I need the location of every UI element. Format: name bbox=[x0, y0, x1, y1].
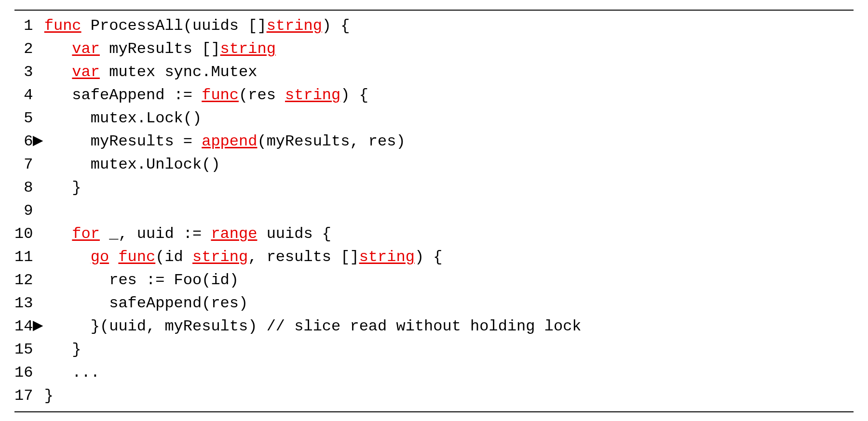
line-marker-icon bbox=[33, 61, 44, 81]
code-token: mutex.Unlock() bbox=[44, 156, 220, 173]
line-marker-icon bbox=[33, 246, 44, 266]
code-content: for _, uuid := range uuids { bbox=[44, 223, 854, 246]
code-token: mutex.Lock() bbox=[44, 109, 202, 127]
code-token: ) { bbox=[415, 248, 443, 266]
code-content: mutex.Unlock() bbox=[44, 153, 854, 176]
line-number: 8 bbox=[14, 176, 33, 199]
keyword-token: string bbox=[220, 40, 276, 58]
keyword-token: append bbox=[202, 132, 257, 150]
code-line: 2 var myResults []string bbox=[14, 38, 854, 61]
code-content: safeAppend := func(res string) { bbox=[44, 84, 854, 107]
code-token: safeAppend := bbox=[44, 86, 202, 104]
code-token bbox=[109, 248, 118, 266]
code-token: (myResults, res) bbox=[257, 132, 405, 150]
keyword-token: func bbox=[44, 17, 81, 35]
code-line: 5 mutex.Lock() bbox=[14, 107, 854, 130]
code-content: var myResults []string bbox=[44, 38, 854, 61]
code-token: mutex sync.Mutex bbox=[100, 63, 257, 81]
code-content: safeAppend(res) bbox=[44, 292, 854, 315]
line-number: 4 bbox=[14, 84, 33, 107]
code-token: ProcessAll(uuids [] bbox=[81, 17, 267, 35]
code-token: , results [] bbox=[248, 248, 359, 266]
code-token: ... bbox=[44, 364, 100, 382]
code-content: }(uuid, myResults) // slice read without… bbox=[44, 315, 854, 338]
line-number: 14 bbox=[14, 315, 33, 338]
keyword-token: var bbox=[72, 63, 100, 81]
line-marker-icon bbox=[33, 361, 44, 382]
code-token bbox=[44, 40, 72, 58]
code-line: 7 mutex.Unlock() bbox=[14, 153, 854, 176]
line-number: 17 bbox=[14, 384, 33, 408]
line-number: 2 bbox=[14, 38, 33, 61]
keyword-token: string bbox=[267, 17, 322, 35]
code-line: 14▶ }(uuid, myResults) // slice read wit… bbox=[14, 315, 854, 338]
code-token: ) { bbox=[322, 17, 350, 35]
code-line: 6▶ myResults = append(myResults, res) bbox=[14, 130, 854, 153]
code-content: } bbox=[44, 338, 854, 361]
line-number: 16 bbox=[14, 361, 33, 384]
code-line: 13 safeAppend(res) bbox=[14, 292, 854, 315]
keyword-token: string bbox=[285, 86, 340, 104]
code-line: 1 func ProcessAll(uuids []string) { bbox=[14, 14, 854, 38]
code-line: 16 ... bbox=[14, 361, 854, 384]
line-number: 13 bbox=[14, 292, 33, 315]
line-number: 1 bbox=[14, 14, 33, 38]
line-marker-icon bbox=[33, 176, 44, 197]
code-line: 9 bbox=[14, 199, 854, 223]
code-line: 8 } bbox=[14, 176, 854, 199]
code-line: 15 } bbox=[14, 338, 854, 361]
line-marker-icon: ▶ bbox=[33, 315, 44, 335]
keyword-token: func bbox=[118, 248, 155, 266]
line-number: 15 bbox=[14, 338, 33, 361]
code-token: }(uuid, myResults) // slice read without… bbox=[44, 317, 582, 335]
line-marker-icon bbox=[33, 223, 44, 243]
line-marker-icon bbox=[33, 338, 44, 358]
line-marker-icon bbox=[33, 153, 44, 173]
code-token: ) { bbox=[340, 86, 368, 104]
code-content: mutex.Lock() bbox=[44, 107, 854, 130]
code-content: func ProcessAll(uuids []string) { bbox=[44, 14, 854, 38]
line-marker-icon bbox=[33, 292, 44, 312]
code-line: 17 } bbox=[14, 384, 854, 408]
keyword-token: go bbox=[91, 248, 109, 266]
line-marker-icon bbox=[33, 384, 44, 405]
code-line: 11 go func(id string, results []string) … bbox=[14, 246, 854, 269]
code-token: myResults [] bbox=[100, 40, 220, 58]
code-content: } bbox=[44, 384, 854, 408]
top-rule bbox=[14, 10, 854, 11]
line-marker-icon bbox=[33, 269, 44, 289]
code-line: 12 res := Foo(id) bbox=[14, 269, 854, 292]
code-content: var mutex sync.Mutex bbox=[44, 61, 854, 84]
code-line: 10 for _, uuid := range uuids { bbox=[14, 223, 854, 246]
line-marker-icon bbox=[33, 38, 44, 58]
line-number: 5 bbox=[14, 107, 33, 130]
code-token: res := Foo(id) bbox=[44, 271, 239, 289]
line-number: 7 bbox=[14, 153, 33, 176]
keyword-token: func bbox=[202, 86, 239, 104]
line-marker-icon bbox=[33, 199, 44, 220]
line-marker-icon bbox=[33, 14, 44, 35]
code-content: ... bbox=[44, 361, 854, 384]
code-token: (res bbox=[239, 86, 285, 104]
code-token: safeAppend(res) bbox=[44, 294, 248, 312]
code-content: } bbox=[44, 176, 854, 199]
code-content: go func(id string, results []string) { bbox=[44, 246, 854, 269]
line-marker-icon bbox=[33, 84, 44, 104]
keyword-token: string bbox=[192, 248, 248, 266]
bottom-rule bbox=[14, 411, 854, 412]
code-line: 3 var mutex sync.Mutex bbox=[14, 61, 854, 84]
code-listing: 1 func ProcessAll(uuids []string) {2 var… bbox=[14, 14, 854, 408]
code-token: } bbox=[44, 341, 81, 358]
line-number: 10 bbox=[14, 223, 33, 246]
code-token: } bbox=[44, 387, 54, 405]
line-number: 3 bbox=[14, 61, 33, 84]
keyword-token: for bbox=[72, 225, 100, 243]
line-marker-icon: ▶ bbox=[33, 130, 44, 150]
code-token: (id bbox=[155, 248, 192, 266]
line-number: 9 bbox=[14, 199, 33, 223]
code-token: uuids { bbox=[257, 225, 331, 243]
keyword-token: string bbox=[359, 248, 415, 266]
line-marker-icon bbox=[33, 107, 44, 127]
code-token: } bbox=[44, 179, 81, 197]
code-token bbox=[44, 225, 72, 243]
